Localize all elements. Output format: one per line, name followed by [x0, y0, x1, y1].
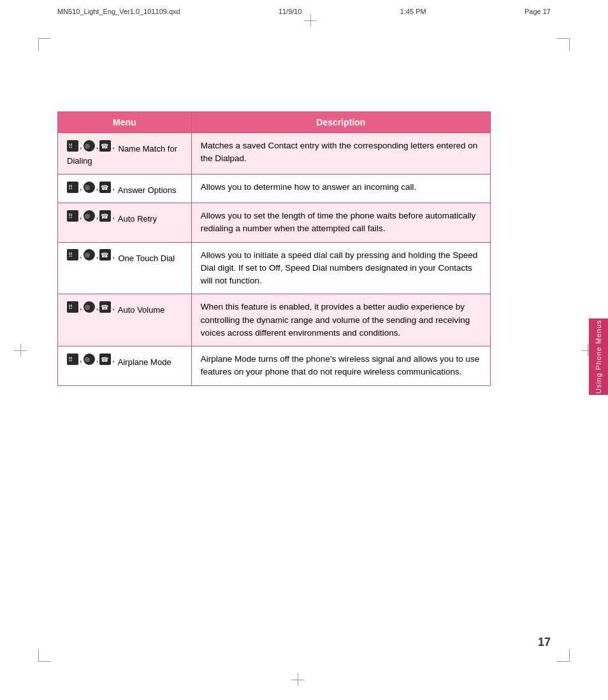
menu-cell-2: , , , Answer Options	[58, 174, 192, 203]
grid-icon-4	[67, 249, 78, 261]
desc-cell-4: Allows you to initiate a speed dial call…	[191, 242, 490, 294]
header-filename: MN510_Light_Eng_Ver1.0_101109.qxd	[57, 8, 180, 15]
side-tab-label: Using Phone Menus	[595, 320, 602, 394]
circle-icon-2	[83, 182, 95, 193]
header-page: Page 17	[525, 8, 551, 15]
circle-icon-3	[83, 210, 95, 222]
grid-icon-6	[67, 354, 78, 365]
main-content: Menu Description , , , Name Match for Di…	[57, 111, 551, 386]
icon-group-4: , , ,	[67, 249, 115, 262]
grid-icon-2	[67, 182, 78, 193]
circle-icon-4	[83, 249, 95, 261]
header-date: 11/9/10	[279, 8, 302, 15]
table-row: , , , Answer Options Allows you to deter…	[58, 174, 491, 203]
col-menu-header: Menu	[58, 112, 192, 133]
circle-icon-5	[83, 301, 95, 313]
menu-label-2: Answer Options	[118, 185, 177, 195]
menu-label-5: Auto Volume	[118, 305, 165, 315]
icon-group-3: , , ,	[67, 210, 115, 222]
menu-cell-6: , , , Airplane Mode	[58, 346, 192, 386]
desc-text-2: Allows you to determine how to answer an…	[201, 182, 416, 192]
grid-icon-1	[67, 140, 78, 152]
desc-cell-1: Matches a saved Contact entry with the c…	[191, 133, 490, 175]
phone-icon-5	[99, 301, 111, 313]
desc-cell-6: Airplane Mode turns off the phone's wire…	[191, 346, 490, 386]
phone-icon-6	[99, 354, 111, 365]
desc-text-1: Matches a saved Contact entry with the c…	[201, 141, 478, 163]
menu-label-3: Auto Retry	[118, 214, 157, 224]
desc-cell-5: When this feature is enabled, it provide…	[191, 294, 490, 346]
desc-cell-2: Allows you to determine how to answer an…	[191, 174, 490, 203]
menu-cell-1: , , , Name Match for Dialing	[58, 133, 192, 175]
circle-icon-1	[83, 140, 95, 152]
menu-table: Menu Description , , , Name Match for Di…	[57, 111, 491, 386]
menu-label-4: One Touch Dial	[119, 253, 175, 262]
desc-text-5: When this feature is enabled, it provide…	[201, 302, 470, 338]
desc-text-3: Allows you to set the length of time the…	[201, 211, 476, 233]
grid-icon-5	[67, 301, 78, 313]
side-tab: Using Phone Menus	[589, 318, 608, 395]
menu-cell-4: , , , One Touch Dial	[58, 242, 192, 294]
phone-icon-1	[99, 140, 111, 152]
table-row: , , , Airplane Mode Airplane Mode turns …	[58, 346, 491, 386]
menu-cell-5: , , , Auto Volume	[58, 294, 192, 346]
table-row: , , , Name Match for Dialing Matches a s…	[58, 133, 491, 175]
desc-text-6: Airplane Mode turns off the phone's wire…	[201, 354, 480, 376]
table-row: , , , Auto Volume When this feature is e…	[58, 294, 491, 346]
page-number: 17	[538, 636, 551, 649]
table-row: , , , One Touch Dial Allows you to initi…	[58, 242, 491, 294]
header-time: 1:45 PM	[400, 8, 426, 15]
icon-group-1: , , ,	[67, 139, 115, 152]
desc-text-4: Allows you to initiate a speed dial call…	[201, 250, 478, 286]
page-header: MN510_Light_Eng_Ver1.0_101109.qxd 11/9/1…	[57, 8, 551, 15]
menu-cell-3: , , , Auto Retry	[58, 203, 192, 243]
phone-icon-3	[99, 210, 111, 222]
col-desc-header: Description	[191, 112, 490, 133]
icon-group-5: , , ,	[67, 301, 115, 313]
table-header-row: Menu Description	[58, 112, 491, 133]
icon-group-2: , , ,	[67, 181, 115, 194]
phone-icon-4	[99, 249, 111, 261]
grid-icon-3	[67, 210, 78, 222]
table-row: , , , Auto Retry Allows you to set the l…	[58, 203, 491, 243]
desc-cell-3: Allows you to set the length of time the…	[191, 203, 490, 243]
phone-icon-2	[99, 182, 111, 193]
icon-group-6: , , ,	[67, 353, 115, 366]
menu-label-6: Airplane Mode	[118, 357, 171, 367]
circle-icon-6	[83, 354, 95, 365]
